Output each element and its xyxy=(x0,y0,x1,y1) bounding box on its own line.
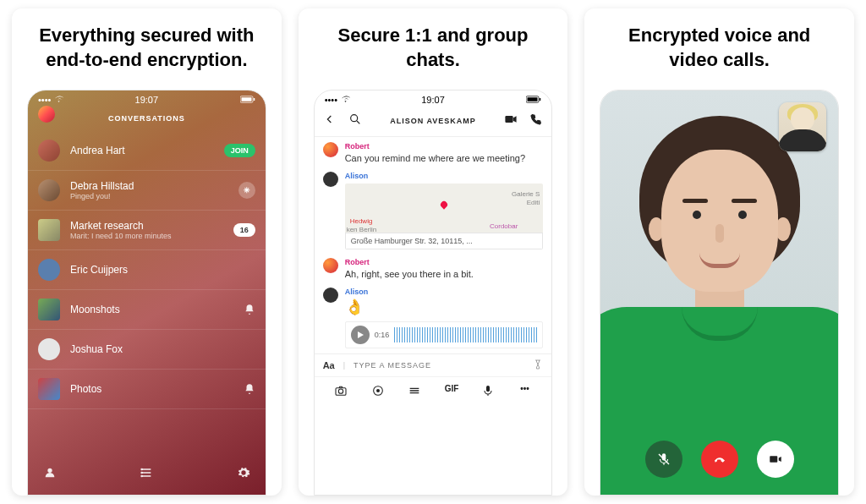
conversation-name: Photos xyxy=(70,383,233,395)
avatar xyxy=(38,299,60,320)
search-icon[interactable] xyxy=(348,112,362,129)
audio-message[interactable]: 0:16 xyxy=(345,321,544,348)
message: Alison Galerie S Editi Hedwig ken Berlin… xyxy=(315,167,552,253)
svg-rect-2 xyxy=(253,98,255,101)
conversation-item[interactable]: Moonshots xyxy=(28,290,266,330)
message-text: Ah, right, see you there in a bit. xyxy=(345,268,544,281)
headline-2: Secure 1:1 and group chats. xyxy=(299,8,568,83)
video-toggle-button[interactable] xyxy=(757,441,794,478)
status-time: 19:07 xyxy=(135,95,159,105)
svg-point-5 xyxy=(141,475,144,478)
avatar xyxy=(38,259,60,281)
file-icon[interactable] xyxy=(408,384,421,397)
microphone-icon[interactable] xyxy=(481,384,495,397)
sender-name: Alison xyxy=(345,288,544,296)
status-bar: •••• 19:07 xyxy=(28,90,266,109)
conversation-name: Eric Cuijpers xyxy=(70,264,255,276)
phone-call-icon[interactable] xyxy=(529,112,543,129)
conversation-item[interactable]: Photos xyxy=(28,370,266,409)
signal-icon: •••• xyxy=(38,95,51,105)
sketch-icon[interactable] xyxy=(371,384,385,397)
play-icon[interactable] xyxy=(351,326,370,344)
conversation-name: Debra Hillstad xyxy=(70,180,228,192)
message: Alison 👌 xyxy=(315,282,552,318)
video-call-icon[interactable] xyxy=(504,112,518,129)
conversation-name: Joshua Fox xyxy=(70,343,255,355)
video-call-view xyxy=(600,90,838,495)
avatar xyxy=(323,258,338,273)
map-pin-icon xyxy=(439,200,448,209)
message-text: Can you remind me where are we meeting? xyxy=(345,152,544,165)
camera-icon[interactable] xyxy=(334,384,348,397)
self-avatar[interactable] xyxy=(38,106,55,123)
conversations-title: CONVERSATIONS xyxy=(108,114,185,123)
timer-icon[interactable] xyxy=(533,359,543,371)
more-icon[interactable]: ••• xyxy=(518,384,532,397)
conversations-header: CONVERSATIONS xyxy=(28,109,266,131)
conversation-name: Market research xyxy=(70,220,223,232)
sender-name: Robert xyxy=(345,258,544,266)
bottom-nav xyxy=(28,457,266,495)
map-attachment[interactable]: Galerie S Editi Hedwig ken Berlin Cordob… xyxy=(345,184,544,249)
svg-rect-7 xyxy=(528,97,538,101)
conversation-item[interactable]: Eric Cuijpers xyxy=(28,250,266,290)
signal-icon: •••• xyxy=(325,95,337,105)
emoji-ok: 👌 xyxy=(345,298,544,316)
hangup-button[interactable] xyxy=(701,441,738,478)
map-address: Große Hamburger Str. 32, 10115, ... xyxy=(345,233,544,249)
svg-point-14 xyxy=(376,389,380,392)
svg-point-9 xyxy=(350,115,357,122)
headline-3: Encrypted voice and video calls. xyxy=(584,8,854,83)
mute-button[interactable] xyxy=(645,441,682,478)
avatar xyxy=(323,142,338,157)
sender-name: Robert xyxy=(345,142,544,151)
chat-thread[interactable]: Robert Can you remind me where are we me… xyxy=(315,137,552,495)
battery-icon xyxy=(240,95,255,105)
conversation-name: Andrea Hart xyxy=(70,145,214,156)
device-chat: •••• 19:07 ALISON AVESKAMP xyxy=(314,90,553,496)
map-label: Cordobar xyxy=(490,222,518,230)
join-badge[interactable]: JOIN xyxy=(224,144,255,157)
conversation-item[interactable]: Andrea Hart JOIN xyxy=(28,131,266,171)
message: Robert Can you remind me where are we me… xyxy=(315,137,552,167)
panel-calls: Encrypted voice and video calls. xyxy=(584,8,854,496)
profile-icon[interactable] xyxy=(43,466,57,483)
conversation-item[interactable]: Debra HillstadPinged you! ✳ xyxy=(28,171,266,211)
call-controls xyxy=(600,441,838,478)
audio-duration: 0:16 xyxy=(375,331,390,339)
message: Robert Ah, right, see you there in a bit… xyxy=(315,253,552,282)
chat-contact-name[interactable]: ALISON AVESKAMP xyxy=(374,117,493,125)
muted-icon xyxy=(244,304,255,315)
avatar xyxy=(38,140,60,162)
avatar xyxy=(323,288,338,303)
format-icon[interactable]: Aa xyxy=(323,360,335,370)
gif-button[interactable]: GIF xyxy=(445,384,458,397)
conversation-sub: Marit: I need 10 more minutes xyxy=(70,232,223,240)
loading-badge: ✳ xyxy=(238,182,255,199)
headline-1: Everything secured with end-to-end encry… xyxy=(12,8,282,83)
back-icon[interactable] xyxy=(323,112,337,129)
avatar xyxy=(38,179,60,201)
svg-point-4 xyxy=(141,472,144,474)
panel-chat: Secure 1:1 and group chats. •••• 19:07 xyxy=(299,8,568,496)
svg-rect-15 xyxy=(486,386,490,392)
wifi-icon xyxy=(54,95,63,105)
gear-icon[interactable] xyxy=(237,466,250,483)
svg-rect-10 xyxy=(506,117,512,123)
message-input[interactable] xyxy=(354,361,524,370)
self-preview[interactable] xyxy=(779,102,826,151)
conversation-item[interactable]: Market researchMarit: I need 10 more min… xyxy=(28,211,266,250)
map-label: Hedwig xyxy=(350,217,373,225)
svg-rect-17 xyxy=(770,456,777,463)
svg-rect-8 xyxy=(540,98,541,101)
conversation-item[interactable]: Joshua Fox xyxy=(28,330,266,370)
count-badge: 16 xyxy=(233,223,255,237)
conversation-sub: Pinged you! xyxy=(70,192,228,200)
avatar xyxy=(38,219,60,241)
compose-bar: Aa | xyxy=(315,353,552,376)
device-video-call xyxy=(600,90,839,496)
status-bar: •••• 19:07 xyxy=(315,90,552,109)
sender-name: Alison xyxy=(345,172,544,180)
list-icon[interactable] xyxy=(140,466,153,483)
map-label: Galerie S xyxy=(512,190,540,198)
